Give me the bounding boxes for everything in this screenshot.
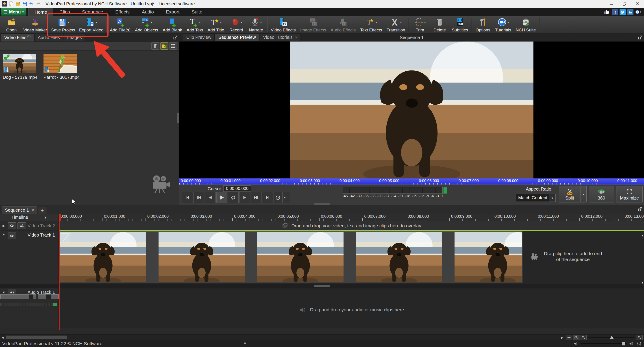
audio-drop-zone[interactable]: Drag and drop your audio or music clips … [59, 304, 644, 315]
preview-tab-video-tutorials[interactable]: Video Tutorials× [260, 34, 301, 42]
dropdown-arrow-icon[interactable]: ▾ [400, 21, 402, 24]
zoom-out-button[interactable] [580, 335, 586, 340]
save-project-button[interactable]: ▾Save Project [49, 16, 78, 34]
volume-min-icon[interactable] [573, 341, 578, 346]
loop-button[interactable] [228, 192, 238, 203]
help-icon[interactable]: ?▾ [635, 9, 641, 15]
dropdown-arrow-icon[interactable]: ▾ [68, 21, 69, 24]
zoom-in-button[interactable] [636, 335, 643, 340]
expand-track-icon[interactable]: ▶ [1, 224, 6, 228]
timeline-zoom-slider[interactable] [587, 335, 636, 340]
dropdown-arrow-icon[interactable]: ▾ [375, 21, 377, 24]
dropdown-arrow-icon[interactable]: ▾ [96, 21, 97, 24]
dropdown-arrow-icon[interactable]: ▾ [220, 21, 222, 24]
dropdown-arrow-icon[interactable]: ▾ [151, 21, 152, 24]
undo-icon[interactable] [29, 1, 34, 7]
split-dropdown-arrow[interactable]: ▾ [580, 186, 586, 202]
media-tab-audio-files[interactable]: Audio Files [34, 34, 63, 42]
narrate-button[interactable]: ▾Narrate [246, 16, 266, 34]
preview-tab-clip-preview[interactable]: Clip Preview [183, 34, 214, 42]
app-logo-icon[interactable] [2, 1, 7, 7]
aspect-ratio-select[interactable]: Match Content ▾ [516, 194, 556, 202]
mixer-icon[interactable] [636, 341, 642, 346]
playhead-handle[interactable] [59, 214, 61, 221]
save-project-icon[interactable] [22, 1, 27, 7]
add-objects-button[interactable]: T▾Add Objects [133, 16, 160, 34]
minimize-button[interactable] [605, 0, 618, 8]
panel-splitter-handle[interactable] [177, 113, 179, 123]
dropdown-arrow-icon[interactable]: ▾ [424, 21, 426, 24]
horizontal-splitter-handle[interactable] [314, 203, 330, 205]
add-title-button[interactable]: T▾Add Title [206, 16, 226, 34]
next-clip-button[interactable] [251, 192, 262, 203]
ribbon-tab-audio[interactable]: Audio [136, 8, 160, 16]
sequence-tab[interactable]: Sequence 1 × [2, 206, 37, 214]
close-tab-icon[interactable]: × [295, 35, 297, 40]
scroll-down-icon[interactable]: ▾ [642, 280, 643, 285]
nch-suite-button[interactable]: NCH Suite [514, 16, 538, 34]
add-sequence-tab-button[interactable]: + [38, 207, 46, 214]
ribbon-tab-home[interactable]: Home [28, 8, 53, 16]
add-blank-button[interactable]: Add Blank [160, 16, 184, 34]
trim-button[interactable]: ▾Trim [410, 16, 430, 34]
fit-timeline-button[interactable] [566, 335, 572, 340]
ribbon-tab-export[interactable]: Export [160, 8, 186, 16]
delete-clip-button[interactable] [151, 43, 159, 50]
track-group-button[interactable] [18, 222, 26, 229]
video-clip-dog[interactable]: FX ▾ [59, 231, 522, 283]
dropdown-arrow-icon[interactable]: ▾ [508, 21, 509, 24]
append-drop-zone[interactable]: Drag clip here to add to end of the sequ… [522, 231, 644, 282]
scroll-left-button[interactable]: ◀ [0, 335, 6, 340]
track-visibility-button[interactable] [8, 222, 16, 229]
split-button[interactable]: Split ▾ [559, 186, 586, 202]
cursor-time-field[interactable]: 0:00:00.000 [223, 185, 251, 192]
preview-seek-bar[interactable]: 0:00:00.0000:00:01.0000:00:02.0000:00:03… [180, 178, 644, 184]
collapse-track-icon[interactable]: ▼ [1, 290, 6, 294]
playback-speed-button[interactable]: ▾ [274, 192, 290, 203]
dropdown-arrow-icon[interactable]: ▾ [260, 21, 262, 24]
splitter-grip[interactable] [314, 285, 330, 287]
dropdown-arrow-icon[interactable]: ▾ [240, 21, 242, 24]
video-maker-button[interactable]: Video Maker [22, 16, 49, 34]
prev-clip-button[interactable] [194, 192, 204, 203]
undock-preview-icon[interactable] [638, 35, 643, 40]
subtitles-button[interactable]: SUBSubtitles [450, 16, 470, 34]
scroll-right-button[interactable]: ▶ [559, 335, 565, 340]
dropdown-arrow-icon[interactable]: ▾ [199, 21, 201, 24]
delete-button[interactable]: Delete [430, 16, 450, 34]
ribbon-tab-suite[interactable]: Suite [186, 8, 208, 16]
add-file-s-button[interactable]: Add File(s) [108, 16, 133, 34]
collapse-arrow-icon[interactable]: ▲ [243, 340, 247, 344]
track-volume-slider[interactable] [0, 294, 36, 299]
media-clip-parrot-3017-mp4[interactable]: Parrot - 3017.mp4 [44, 54, 77, 80]
timeline-mode-dropdown[interactable]: Timeline ▼ [0, 214, 59, 221]
preview-tab-sequence-preview[interactable]: Sequence Preview [215, 34, 259, 42]
restore-button[interactable] [618, 0, 631, 8]
twitter-icon[interactable] [620, 9, 626, 15]
linkedin-icon[interactable]: in [628, 9, 634, 15]
text-effects-button[interactable]: T▾Text Effects [358, 16, 384, 34]
volume-max-icon[interactable] [629, 341, 634, 346]
360-video-button[interactable]: 360 [589, 186, 614, 202]
options-button[interactable]: Options [473, 16, 493, 34]
media-clip-dog-57179-mp4[interactable]: Dog - 57179.mp4 [3, 54, 36, 80]
add-text-button[interactable]: T▾Add Text [184, 16, 206, 34]
ribbon-tab-clips[interactable]: Clips [53, 8, 76, 16]
skip-end-button[interactable] [262, 192, 273, 203]
track-splitter[interactable] [0, 284, 644, 288]
close-button[interactable] [631, 0, 644, 8]
clip-thumbnail[interactable] [44, 54, 77, 73]
scroll-down-icon[interactable]: ▾ [642, 233, 643, 237]
open-project-icon[interactable] [15, 1, 21, 7]
collapse-track-icon[interactable]: ▼ [1, 232, 6, 236]
tutorials-button[interactable]: ▾Tutorials [493, 16, 514, 34]
fade-curve-icon[interactable] [60, 233, 70, 243]
step-back-button[interactable] [205, 192, 216, 203]
maximize-preview-button[interactable]: Maximize [616, 186, 643, 202]
track-pan-slider[interactable] [38, 294, 59, 299]
ribbon-tab-sequence[interactable]: Sequence [76, 8, 110, 16]
scrollbar-thumb[interactable] [6, 335, 67, 339]
timeline-ruler[interactable]: 0:00:00.0000:00:01.0000:00:02.0000:00:03… [59, 214, 644, 221]
play-button[interactable] [216, 192, 227, 203]
menu-button[interactable]: Menu ▾ [1, 8, 26, 16]
